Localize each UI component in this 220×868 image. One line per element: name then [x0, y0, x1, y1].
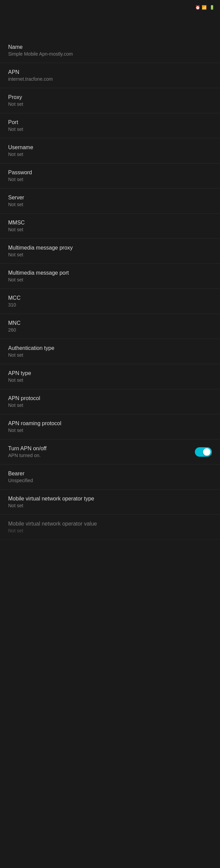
label-auth-type: Authentication type: [8, 345, 212, 351]
settings-item-mnc[interactable]: MNC 260: [0, 314, 220, 339]
label-server: Server: [8, 195, 212, 201]
value-apn: internet.tracfone.com: [8, 76, 212, 82]
alarm-icon: ⏰: [195, 5, 200, 10]
label-mm-proxy: Multimedia message proxy: [8, 245, 212, 251]
label-name: Name: [8, 44, 212, 50]
settings-item-proxy[interactable]: Proxy Not set: [0, 88, 220, 113]
value-mcc: 310: [8, 302, 212, 308]
settings-item-name[interactable]: Name Simple Mobile Apn-mostly.com: [0, 38, 220, 63]
app-bar: [0, 14, 220, 38]
label-mcc: MCC: [8, 295, 212, 301]
settings-item-mmsc[interactable]: MMSC Not set: [0, 214, 220, 239]
settings-item-port[interactable]: Port Not set: [0, 113, 220, 138]
label-bearer: Bearer: [8, 471, 212, 477]
settings-item-apn-type[interactable]: APN type Not set: [0, 364, 220, 389]
label-mm-port: Multimedia message port: [8, 270, 212, 276]
settings-item-auth-type[interactable]: Authentication type Not set: [0, 339, 220, 364]
label-apn-protocol: APN protocol: [8, 395, 212, 401]
value-proxy: Not set: [8, 101, 212, 107]
label-apn-roaming: APN roaming protocol: [8, 420, 212, 427]
label-apn-type: APN type: [8, 370, 212, 376]
label-proxy: Proxy: [8, 94, 212, 100]
settings-item-mvno-type[interactable]: Mobile virtual network operator type Not…: [0, 490, 220, 515]
settings-item-mcc[interactable]: MCC 310: [0, 289, 220, 314]
settings-item-mm-proxy[interactable]: Multimedia message proxy Not set: [0, 239, 220, 264]
signal-icon: 📶: [202, 5, 207, 10]
value-server: Not set: [8, 202, 212, 207]
value-mmsc: Not set: [8, 227, 212, 232]
value-mvno-value: Not set: [8, 528, 212, 533]
settings-item-username[interactable]: Username Not set: [0, 138, 220, 163]
toggle-track: [195, 447, 212, 457]
value-auth-type: Not set: [8, 352, 212, 358]
settings-item-apn-roaming[interactable]: APN roaming protocol Not set: [0, 414, 220, 439]
value-bearer: Unspecified: [8, 478, 212, 483]
apn-toggle-switch[interactable]: [195, 447, 212, 457]
value-password: Not set: [8, 177, 212, 182]
label-password: Password: [8, 170, 212, 176]
settings-item-bearer[interactable]: Bearer Unspecified: [0, 465, 220, 490]
label-username: Username: [8, 144, 212, 151]
status-icons: ⏰ 📶 🔋: [195, 5, 215, 10]
value-port: Not set: [8, 126, 212, 132]
status-bar: ⏰ 📶 🔋: [0, 0, 220, 14]
value-mnc: 260: [8, 327, 212, 333]
toggle-thumb: [203, 448, 210, 456]
apn-toggle-label: Turn APN on/off: [8, 446, 195, 452]
settings-item-password[interactable]: Password Not set: [0, 163, 220, 189]
apn-toggle-value: APN turned on.: [8, 453, 195, 458]
settings-item-apn[interactable]: APN internet.tracfone.com: [0, 63, 220, 88]
settings-item-server[interactable]: Server Not set: [0, 189, 220, 214]
battery-icon: 🔋: [209, 5, 215, 10]
settings-item-apn-protocol[interactable]: APN protocol Not set: [0, 389, 220, 414]
settings-list: Name Simple Mobile Apn-mostly.com APN in…: [0, 38, 220, 540]
value-username: Not set: [8, 152, 212, 157]
apn-toggle-row[interactable]: Turn APN on/off APN turned on.: [0, 439, 220, 465]
label-mvno-type: Mobile virtual network operator type: [8, 496, 212, 502]
value-mm-proxy: Not set: [8, 252, 212, 257]
value-mm-port: Not set: [8, 277, 212, 282]
label-mvno-value: Mobile virtual network operator value: [8, 521, 212, 527]
settings-item-mm-port[interactable]: Multimedia message port Not set: [0, 264, 220, 289]
label-apn: APN: [8, 69, 212, 75]
value-apn-type: Not set: [8, 377, 212, 383]
label-mnc: MNC: [8, 320, 212, 326]
settings-item-mvno-value: Mobile virtual network operator value No…: [0, 515, 220, 540]
value-mvno-type: Not set: [8, 503, 212, 508]
value-name: Simple Mobile Apn-mostly.com: [8, 51, 212, 57]
value-apn-protocol: Not set: [8, 402, 212, 408]
label-mmsc: MMSC: [8, 220, 212, 226]
label-port: Port: [8, 119, 212, 125]
value-apn-roaming: Not set: [8, 428, 212, 433]
